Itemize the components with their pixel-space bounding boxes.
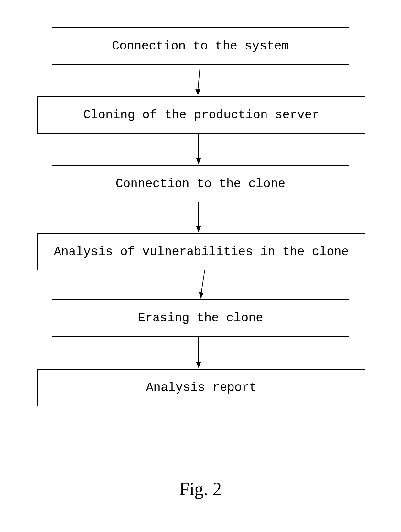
step-box-1: Connection to the system	[52, 27, 349, 65]
step-box-5: Erasing the clone	[52, 299, 349, 337]
step-label-2: Cloning of the production server	[83, 108, 320, 123]
arrow-1-2	[195, 65, 202, 96]
svg-marker-5	[196, 226, 201, 232]
arrow-5-6	[195, 337, 202, 369]
step-box-4: Analysis of vulnerabilities in the clone	[37, 233, 365, 270]
step-label-3: Connection to the clone	[116, 177, 286, 191]
arrow-2-3	[195, 134, 202, 165]
arrow-3-4	[195, 202, 202, 233]
svg-marker-7	[199, 292, 204, 299]
svg-line-6	[201, 270, 205, 294]
flowchart-container: Connection to the system Cloning of the …	[0, 0, 401, 532]
figure-caption: Fig. 2	[0, 479, 401, 499]
svg-marker-9	[196, 362, 201, 368]
svg-marker-1	[195, 89, 200, 95]
step-label-1: Connection to the system	[112, 39, 289, 54]
step-box-6: Analysis report	[37, 369, 365, 406]
step-label-6: Analysis report	[146, 380, 256, 395]
svg-marker-3	[196, 158, 201, 164]
svg-line-0	[198, 65, 200, 91]
arrow-4-5	[199, 270, 205, 299]
step-label-5: Erasing the clone	[138, 311, 263, 326]
step-box-2: Cloning of the production server	[37, 96, 365, 134]
step-box-3: Connection to the clone	[52, 165, 349, 202]
step-label-4: Analysis of vulnerabilities in the clone	[54, 244, 349, 259]
